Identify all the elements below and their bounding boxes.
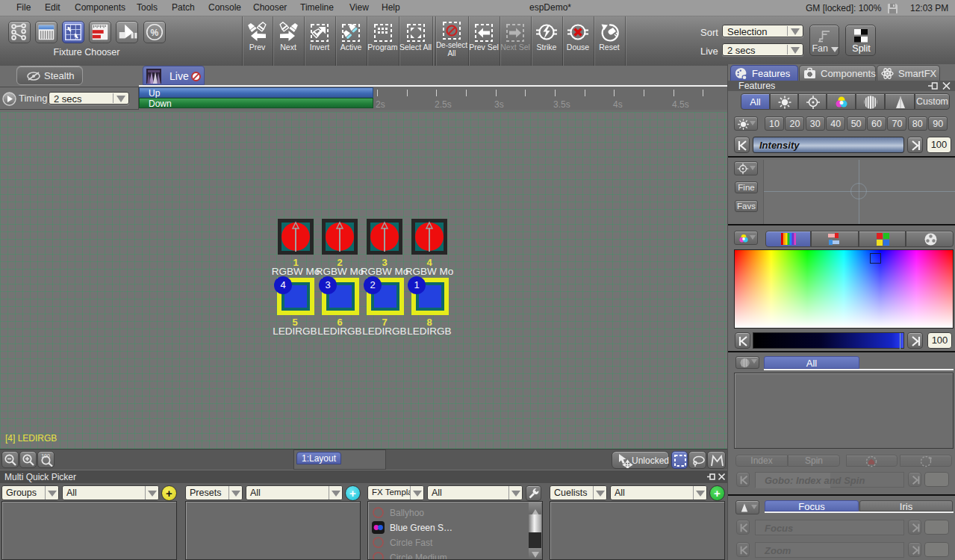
- svg-text:%: %: [151, 28, 159, 38]
- svg-text:100: 100: [41, 453, 50, 458]
